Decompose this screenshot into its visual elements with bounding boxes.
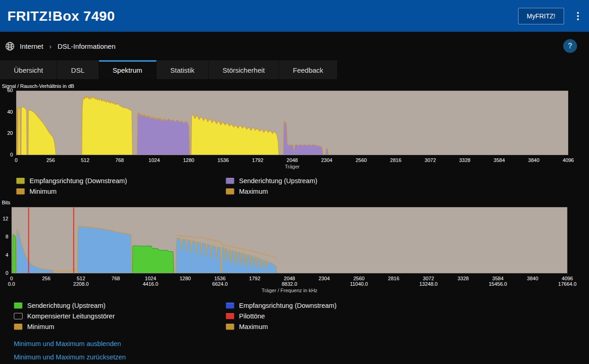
x-tick-label: 768 bbox=[116, 157, 124, 163]
legend-label: Maximum bbox=[239, 188, 268, 195]
x-tick-label: 0 bbox=[10, 276, 13, 281]
snr-legend: Empfangsrichtung (Downstream)Senderichtu… bbox=[0, 177, 589, 196]
x-tick-label: 1024 bbox=[145, 276, 156, 281]
x-tick-label: 2816 bbox=[390, 157, 401, 163]
x-tick-label: 2304 bbox=[319, 276, 330, 281]
legend-swatch bbox=[16, 178, 25, 184]
legend-label: Empfangsrichtung (Downstream) bbox=[29, 177, 127, 185]
legend-swatch bbox=[226, 178, 234, 184]
overflow-menu-icon[interactable] bbox=[574, 10, 582, 22]
snr-chart-title: Signal / Rausch-Verhältnis in dB bbox=[2, 83, 589, 89]
x-tick-label: 2304 bbox=[321, 157, 332, 163]
legend-item: Senderichtung (Upstream) bbox=[14, 301, 226, 310]
freq-tick-label: 17664.0 bbox=[558, 281, 577, 287]
pilot-tone-line bbox=[28, 207, 29, 273]
breadcrumb: Internet › DSL-Informationen ? bbox=[0, 32, 589, 60]
tab-bar: ÜbersichtDSLSpektrumStatistikStörsicherh… bbox=[0, 60, 589, 79]
y-tick-label: 12 bbox=[0, 216, 8, 221]
x-tick-label: 3584 bbox=[494, 157, 505, 163]
legend-label: Senderichtung (Upstream) bbox=[239, 177, 317, 185]
legend-label: Senderichtung (Upstream) bbox=[27, 302, 105, 309]
tab-feedback[interactable]: Feedback bbox=[279, 60, 338, 79]
legend-item: Pilottöne bbox=[226, 312, 589, 320]
chevron-right-icon: › bbox=[49, 42, 52, 50]
legend-label: Minimum bbox=[27, 323, 54, 330]
x-tick-label: 2048 bbox=[284, 276, 295, 281]
tab-uebersicht[interactable]: Übersicht bbox=[0, 60, 57, 79]
x-tick-label: 3072 bbox=[425, 157, 436, 163]
reset-minmax-link[interactable]: Minimum und Maximum zurücksetzen bbox=[14, 353, 126, 361]
x-tick-label: 1024 bbox=[149, 157, 160, 163]
legend-swatch bbox=[226, 302, 234, 309]
freq-tick-label: 11040.0 bbox=[350, 281, 368, 287]
bits-chart-title: Bits bbox=[2, 200, 589, 205]
x-tick-label: 512 bbox=[81, 157, 89, 163]
app-logo[interactable]: FRITZ!Box 7490 bbox=[7, 8, 115, 24]
freq-tick-label: 2208.0 bbox=[73, 281, 89, 287]
x-tick-label: 256 bbox=[47, 157, 55, 163]
legend-swatch bbox=[14, 313, 23, 319]
hide-minmax-link[interactable]: Minimum und Maximum ausblenden bbox=[14, 340, 121, 347]
legend-swatch bbox=[14, 324, 23, 330]
legend-item: Minimum bbox=[16, 187, 226, 196]
legend-item: Empfangsrichtung (Downstream) bbox=[226, 301, 589, 310]
legend-item: Maximum bbox=[226, 323, 589, 331]
x-tick-label: 2560 bbox=[356, 157, 367, 163]
internet-globe-icon bbox=[5, 41, 15, 52]
y-tick-label: 60 bbox=[0, 87, 13, 93]
legend-label: Pilottöne bbox=[239, 312, 265, 320]
x-tick-label: 4096 bbox=[562, 276, 573, 281]
breadcrumb-section[interactable]: Internet bbox=[20, 42, 43, 50]
x-tick-label: 768 bbox=[111, 276, 120, 281]
x-tick-label: 1536 bbox=[214, 276, 225, 281]
freq-tick-label: 6624.0 bbox=[212, 281, 228, 287]
x-tick-label: 512 bbox=[77, 276, 85, 281]
tab-dsl[interactable]: DSL bbox=[57, 60, 99, 79]
y-tick-label: 0 bbox=[0, 152, 13, 157]
legend-swatch bbox=[16, 188, 25, 195]
tab-spektrum[interactable]: Spektrum bbox=[99, 60, 157, 79]
x-tick-label: 1280 bbox=[180, 276, 191, 281]
snr-chart: 0204060025651276810241280153617922048230… bbox=[0, 91, 589, 171]
x-tick-label: 1280 bbox=[183, 157, 194, 163]
help-button[interactable]: ? bbox=[563, 39, 577, 53]
spektrum-page: Signal / Rausch-Verhältnis in dB 0204060… bbox=[0, 83, 589, 361]
bits-chart: 0481202565127681024128015361792204823042… bbox=[0, 207, 589, 295]
minmax-links: Minimum und Maximum ausblenden Minimum u… bbox=[14, 340, 589, 361]
x-tick-label: 3328 bbox=[457, 276, 468, 281]
tab-stoersicherheit[interactable]: Störsicherheit bbox=[209, 60, 279, 79]
legend-label: Kompensierter Leitungsstörer bbox=[27, 312, 115, 320]
x-tick-label: 3840 bbox=[528, 157, 539, 163]
y-tick-label: 0 bbox=[0, 270, 8, 276]
legend-label: Minimum bbox=[29, 188, 57, 195]
myfritz-button[interactable]: MyFRITZ! bbox=[518, 8, 564, 24]
legend-item: Minimum bbox=[14, 323, 226, 331]
x-tick-label: 3072 bbox=[423, 276, 434, 281]
y-tick-label: 4 bbox=[0, 252, 8, 258]
x-tick-label: 0 bbox=[15, 157, 17, 163]
x-axis-title: Träger / Frequenz in kHz bbox=[262, 288, 317, 293]
bits-chart-plot bbox=[12, 207, 567, 273]
legend-item: Maximum bbox=[226, 187, 589, 196]
freq-tick-label: 4416.0 bbox=[143, 281, 158, 287]
y-tick-label: 20 bbox=[0, 130, 13, 136]
x-tick-label: 256 bbox=[42, 276, 50, 281]
legend-item: Empfangsrichtung (Downstream) bbox=[16, 177, 226, 185]
app-header: FRITZ!Box 7490 MyFRITZ! bbox=[0, 0, 589, 32]
x-tick-label: 3584 bbox=[492, 276, 503, 281]
legend-swatch bbox=[226, 324, 234, 330]
x-tick-label: 3328 bbox=[459, 157, 470, 163]
x-tick-label: 2048 bbox=[286, 157, 297, 163]
legend-item: Senderichtung (Upstream) bbox=[226, 177, 589, 185]
legend-swatch bbox=[226, 313, 234, 319]
x-tick-label: 2816 bbox=[388, 276, 399, 281]
legend-label: Maximum bbox=[239, 323, 268, 330]
legend-swatch bbox=[14, 302, 23, 309]
x-axis-title: Träger bbox=[285, 164, 300, 169]
freq-tick-label: 15456.0 bbox=[489, 281, 507, 287]
legend-swatch bbox=[226, 188, 234, 195]
x-tick-label: 1792 bbox=[252, 157, 263, 163]
x-tick-label: 1536 bbox=[217, 157, 228, 163]
tab-statistik[interactable]: Statistik bbox=[157, 60, 209, 79]
pilot-tone-line bbox=[73, 207, 74, 273]
